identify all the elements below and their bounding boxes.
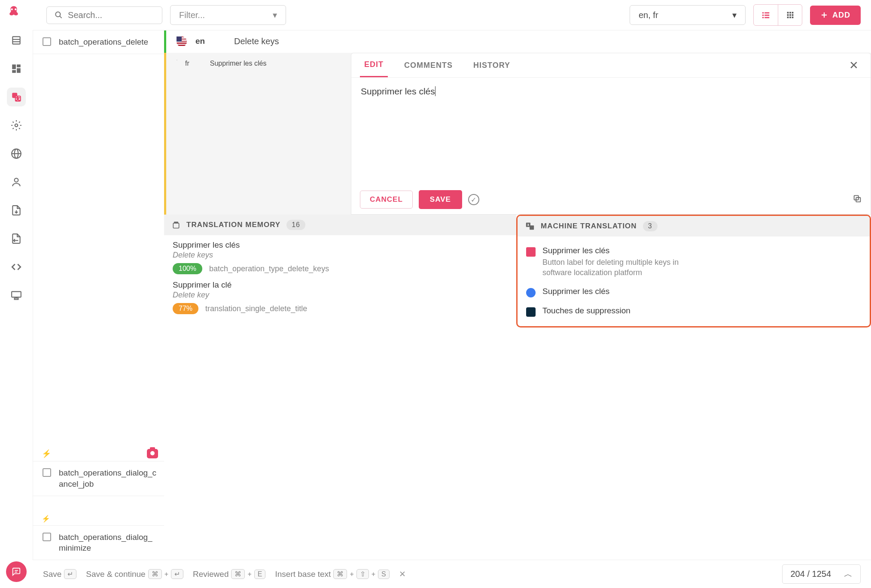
mt-suggestion[interactable]: Supprimer les clés xyxy=(526,282,861,302)
nav-import-icon[interactable] xyxy=(7,201,26,220)
add-button[interactable]: ADD xyxy=(810,6,861,25)
key-checkbox[interactable] xyxy=(43,37,51,46)
svg-rect-33 xyxy=(787,14,789,16)
mt-suggestion[interactable]: Touches de suppression xyxy=(526,302,861,321)
language-dropdown[interactable]: en, fr ▾ xyxy=(630,5,746,25)
editor-textarea[interactable]: Supprimer les clés xyxy=(351,78,871,185)
key-cmd: ⌘ xyxy=(231,569,245,579)
key-shift: ⇧ xyxy=(356,569,369,579)
mt-text: Supprimer les clés xyxy=(542,287,609,296)
nav-settings-icon[interactable] xyxy=(7,116,26,135)
key-name: batch_operations_dialog_minimize xyxy=(59,532,157,554)
key-checkbox[interactable] xyxy=(43,468,51,477)
nav-developer-icon[interactable] xyxy=(7,258,26,276)
shortcut-save[interactable]: Save ↵ xyxy=(43,569,76,579)
svg-point-22 xyxy=(55,12,60,17)
tm-source: Delete key xyxy=(173,291,508,300)
search-box[interactable] xyxy=(46,6,162,24)
translation-memory-panel: TRANSLATION MEMORY 16 Supprimer les clés… xyxy=(164,215,516,327)
position-counter[interactable]: 204 / 1254 ︿ xyxy=(782,564,861,584)
view-grid-button[interactable] xyxy=(778,5,802,25)
translation-row-en[interactable]: en Delete keys xyxy=(164,30,871,53)
svg-rect-4 xyxy=(17,64,21,67)
svg-rect-31 xyxy=(789,12,791,14)
chat-button[interactable] xyxy=(6,561,27,582)
mark-reviewed-button[interactable]: ✓ xyxy=(468,194,479,205)
key-row[interactable]: batch_operations_dialog_minimize xyxy=(33,526,164,560)
svg-line-23 xyxy=(60,16,62,18)
copy-button[interactable] xyxy=(853,194,862,205)
key-e: E xyxy=(254,570,266,579)
key-checkbox[interactable] xyxy=(43,533,51,541)
left-nav: A文 xyxy=(0,0,33,588)
svg-rect-36 xyxy=(787,17,789,18)
cancel-button[interactable]: CANCEL xyxy=(360,191,413,209)
tab-history[interactable]: HISTORY xyxy=(469,54,515,77)
close-editor-button[interactable]: ✕ xyxy=(846,55,862,76)
tm-key-ref: translation_single_delete_title xyxy=(205,304,307,313)
nav-translations-icon[interactable]: A文 xyxy=(7,88,26,106)
app-logo[interactable] xyxy=(8,5,24,21)
bolt-icon: ⚡ xyxy=(42,515,50,523)
shortcut-insert-base[interactable]: Insert base text ⌘ + ⇧ + S xyxy=(275,569,389,579)
tm-target: Supprimer les clés xyxy=(173,240,508,250)
tm-target: Supprimer la clé xyxy=(173,280,508,290)
key-row[interactable]: batch_operations_dialog_cancel_job xyxy=(33,461,164,496)
nav-projects-icon[interactable] xyxy=(7,31,26,50)
shortcut-save-continue[interactable]: Save & continue ⌘ + ↵ xyxy=(86,569,183,579)
tab-edit[interactable]: EDIT xyxy=(360,53,388,77)
mt-count: 3 xyxy=(643,221,658,231)
main-column: Filter... ▾ en, fr ▾ ADD batch_ xyxy=(33,0,871,588)
key-enter: ↵ xyxy=(64,569,76,579)
flag-us-icon xyxy=(177,36,187,47)
search-icon xyxy=(55,10,63,20)
flag-fr-icon xyxy=(177,60,177,61)
tm-source: Delete keys xyxy=(173,251,508,260)
mt-suggestion[interactable]: Supprimer les clés Button label for dele… xyxy=(526,242,861,282)
tm-suggestion[interactable]: Supprimer les clés Delete keys 100% batc… xyxy=(173,240,508,274)
screenshot-icon[interactable] xyxy=(147,449,158,458)
filter-dropdown[interactable]: Filter... ▾ xyxy=(170,5,286,25)
svg-rect-35 xyxy=(792,14,793,16)
app-root: A文 Filter... ▾ en, fr ▾ xyxy=(0,0,871,588)
language-label: en, fr xyxy=(639,10,658,20)
tab-comments[interactable]: COMMENTS xyxy=(400,54,457,77)
view-list-button[interactable] xyxy=(754,5,778,25)
svg-rect-18 xyxy=(15,298,18,300)
nav-dashboard-icon[interactable] xyxy=(7,59,26,78)
mt-provider-icon xyxy=(526,288,536,297)
chevron-up-icon[interactable]: ︿ xyxy=(844,568,853,580)
mt-description: Button label for deleting multiple keys … xyxy=(542,257,697,278)
nav-members-icon[interactable] xyxy=(7,173,26,191)
match-percent: 100% xyxy=(173,263,202,274)
nav-languages-icon[interactable] xyxy=(7,144,26,163)
mt-provider-icon xyxy=(526,307,536,317)
suggestions-row: TRANSLATION MEMORY 16 Supprimer les clés… xyxy=(164,215,871,327)
tm-title: TRANSLATION MEMORY xyxy=(186,221,280,229)
counter-text: 204 / 1254 xyxy=(790,569,831,579)
editor-tabs: EDIT COMMENTS HISTORY ✕ xyxy=(351,53,871,78)
filter-label: Filter... xyxy=(179,10,205,20)
close-shortcuts-button[interactable]: ✕ xyxy=(399,569,406,579)
svg-rect-28 xyxy=(762,17,764,18)
nav-integrations-icon[interactable] xyxy=(7,286,26,305)
key-row[interactable]: batch_operations_delete xyxy=(33,30,164,54)
lang-code: en xyxy=(195,36,213,46)
tm-suggestion[interactable]: Supprimer la clé Delete key 77% translat… xyxy=(173,280,508,314)
nav-export-icon[interactable] xyxy=(7,229,26,248)
svg-rect-32 xyxy=(792,12,793,14)
tm-key-ref: batch_operation_type_delete_keys xyxy=(209,264,329,273)
save-button[interactable]: SAVE xyxy=(419,190,462,209)
search-input[interactable] xyxy=(68,10,154,20)
svg-rect-0 xyxy=(12,36,20,44)
keys-column: batch_operations_delete ⚡ batch_operatio… xyxy=(33,30,164,560)
add-label: ADD xyxy=(832,11,850,20)
chevron-down-icon: ▾ xyxy=(273,10,277,20)
shortcut-reviewed[interactable]: Reviewed ⌘ + E xyxy=(193,569,265,579)
svg-rect-26 xyxy=(762,15,764,16)
key-cmd: ⌘ xyxy=(148,569,162,579)
svg-rect-34 xyxy=(789,14,791,16)
content-area: batch_operations_delete ⚡ batch_operatio… xyxy=(33,30,871,560)
svg-rect-3 xyxy=(12,64,16,69)
key-name: batch_operations_dialog_cancel_job xyxy=(59,467,157,489)
